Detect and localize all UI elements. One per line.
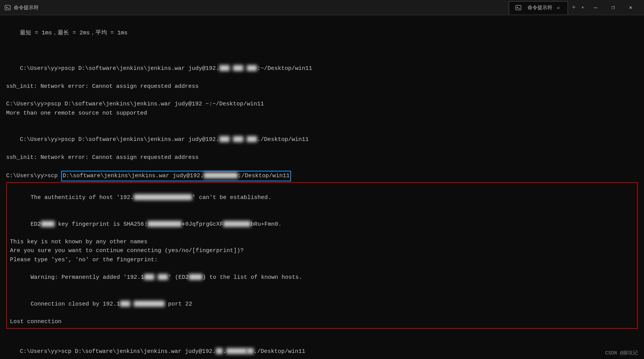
- red-block-auth: The authenticity of host '192.██████████…: [6, 182, 638, 329]
- auth-line2-mid: key fingerprint is SHA256:: [55, 221, 147, 228]
- watermark: CSDN @探坑记: [605, 349, 638, 357]
- auth-line2-suffix: +0JqfprgGcXF: [182, 221, 223, 228]
- auth-line6-suffix: ) to the list of known hosts.: [202, 274, 302, 281]
- title-bar: 命令提示符 命令提示符 ✕ + ▾ — ❐ ✕: [0, 0, 644, 15]
- pscp-line3-suffix: ./Desktop/win11: [257, 136, 309, 143]
- auth-line6-ip: ███ ███: [144, 273, 168, 282]
- terminal-line-pscp-1: C:\Users\yy>pscp D:\software\jenkins\jen…: [6, 55, 638, 82]
- terminal-line-empty-2: [6, 91, 638, 100]
- auth-line2-suffix2: bRu+Fmn0.: [251, 221, 282, 228]
- terminal-line-empty-1: [6, 47, 638, 55]
- auth-line6-ed: ████: [189, 273, 202, 282]
- auth-line6-mid: ' (ED2: [168, 274, 189, 281]
- scp-after1-ip2: ██████: [226, 347, 247, 356]
- tab-close-button[interactable]: ✕: [555, 5, 561, 11]
- restore-button[interactable]: ❐: [604, 0, 622, 15]
- auth-line6-prefix: Warning: Permanently added '192.1: [31, 274, 144, 281]
- terminal-line-pscp-3: C:\Users\yy>pscp D:\software\jenkins\jen…: [6, 126, 638, 153]
- terminal-line-scp-after1: C:\Users\yy>scp D:\software\jenkins\jenk…: [6, 338, 638, 359]
- auth-line-8: Lost connection: [10, 317, 634, 326]
- terminal-line-pscp-2: C:\Users\yy>pscp D:\software\jenkins\jen…: [6, 100, 638, 108]
- terminal-line-sshinit-2: ssh_init: Network error: Cannot assign r…: [6, 153, 638, 162]
- terminal-line-empty-5: [6, 330, 638, 338]
- auth-line-6: Warning: Permanently added '192.1███ ███…: [10, 264, 634, 291]
- scp-after1-suffix: ./Desktop/win11: [254, 348, 305, 355]
- scp-after1-dot: .: [223, 348, 226, 355]
- terminal-icon: [5, 5, 11, 11]
- auth-line2-blurred2: ████████: [223, 220, 251, 229]
- close-button[interactable]: ✕: [622, 0, 639, 15]
- auth-line7-ip2: █████████: [134, 300, 165, 309]
- active-tab[interactable]: 命令提示符 ✕: [509, 1, 568, 14]
- pscp-line1-suffix: :~/Desktop/win11: [257, 65, 312, 72]
- terminal-line-sshinit-1: ssh_init: Network error: Cannot assign r…: [6, 82, 638, 91]
- auth-line2-blurred: ████: [41, 220, 55, 229]
- auth-line2-hash: ██████████: [147, 220, 182, 229]
- auth-line-7: Connection closed by 192.1███ █████████ …: [10, 291, 634, 318]
- tab-label: 命令提示符: [527, 4, 552, 11]
- scp-prefix: C:\Users\yy>scp: [6, 171, 61, 180]
- pscp-line3-ip: ███ ███ ███: [219, 135, 257, 144]
- auth-line-5: Please type 'yes', 'no' or the fingerpri…: [10, 256, 634, 264]
- tab-dropdown-button[interactable]: ▾: [579, 4, 587, 11]
- scp-cmd-suffix: :/Desktop/win11: [238, 173, 290, 179]
- window-controls: — ❐ ✕: [587, 0, 639, 15]
- scp-cmd-ip: ██████████: [204, 171, 238, 180]
- tab-terminal-icon: [515, 5, 521, 11]
- scp-after1-ip3: ██: [247, 347, 254, 356]
- auth-line2-ed: ED2: [31, 221, 41, 228]
- minimize-button[interactable]: —: [587, 0, 604, 15]
- auth-line7-ip1: ███: [120, 300, 130, 309]
- scp-cmd-text: D:\software\jenkins\jenkins.war judy@192…: [63, 173, 204, 179]
- auth-line1-prefix: The authenticity of host '192.: [31, 194, 134, 201]
- auth-line7-prefix: Connection closed by 192.1: [31, 301, 120, 307]
- terminal-line-scp-highlighted: C:\Users\yy>scp D:\software\jenkins\jenk…: [6, 171, 638, 181]
- auth-line-3: This key is not known by any other names: [10, 238, 634, 246]
- scp-after1-ip1: ██: [216, 347, 223, 356]
- terminal-line-empty-4: [6, 162, 638, 171]
- auth-line-1: The authenticity of host '192.██████████…: [10, 184, 634, 211]
- auth-line1-ip: █████████████████: [134, 193, 192, 202]
- auth-line7-suffix: port 22: [165, 301, 192, 307]
- auth-line-4: Are you sure you want to continue connec…: [10, 246, 634, 255]
- new-tab-button[interactable]: +: [569, 1, 579, 14]
- pscp-line1-prefix: C:\Users\yy>pscp D:\software\jenkins\jen…: [20, 65, 219, 72]
- terminal-line-empty-3: [6, 118, 638, 126]
- scp-highlighted-cmd: D:\software\jenkins\jenkins.war judy@192…: [61, 171, 291, 181]
- terminal-line-stats: 最短 = 1ms，最长 = 2ms，平均 = 1ms: [6, 20, 638, 47]
- window-title: 命令提示符: [14, 4, 501, 11]
- pscp-line3-prefix: C:\Users\yy>pscp D:\software\jenkins\jen…: [20, 136, 219, 143]
- pscp-line1-ip: ███ ███ ███: [219, 64, 257, 73]
- scp-after1-prefix: C:\Users\yy>scp D:\software\jenkins\jenk…: [20, 348, 216, 355]
- terminal-line-morethan: More than one remote source not supporte…: [6, 109, 638, 118]
- tab-area: 命令提示符 ✕ + ▾: [509, 1, 587, 14]
- auth-line1-suffix: ' can't be established.: [192, 194, 271, 201]
- terminal-window: 最短 = 1ms，最长 = 2ms，平均 = 1ms C:\Users\yy>p…: [0, 15, 644, 359]
- auth-line-2: ED2████ key fingerprint is SHA256:██████…: [10, 211, 634, 238]
